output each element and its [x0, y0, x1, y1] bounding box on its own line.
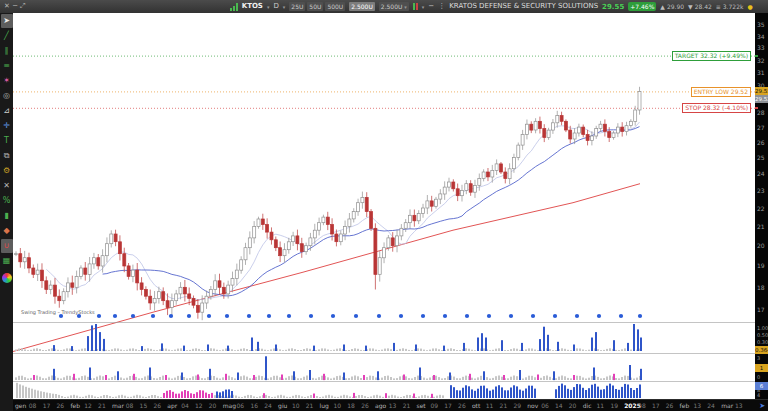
price-axis-label: 31 — [757, 69, 765, 76]
text-tool[interactable]: T — [1, 134, 13, 148]
time-axis-label: mar — [112, 402, 124, 409]
price-axis-label: 35 — [757, 21, 765, 28]
quantity-caret-icon: ▾ — [404, 4, 407, 10]
indicator-tool[interactable]: ◆ — [1, 224, 13, 238]
price-axis-label: 33 — [757, 44, 765, 51]
minimize-window-icon[interactable]: ─ — [13, 0, 17, 13]
time-axis-label: 21 — [500, 402, 508, 409]
last-price: 29.55 — [602, 3, 624, 11]
pane-scale-label: 3 — [757, 355, 760, 362]
price-axis-label: 17 — [757, 306, 765, 313]
collapse-button[interactable]: − — [428, 0, 434, 13]
level-tick — [755, 107, 758, 109]
time-axis-label: 26 — [361, 402, 369, 409]
quantity-button[interactable]: 500U — [325, 2, 345, 11]
trendline-tool[interactable]: ╱ — [1, 29, 13, 43]
chart-type-caret-icon[interactable]: ▾ — [422, 4, 425, 10]
time-axis-label: 20 — [569, 402, 577, 409]
time-axis-label: mar — [721, 402, 733, 409]
time-axis-label: gen — [15, 402, 26, 409]
time-axis-label: 08 — [126, 402, 134, 409]
symbol-button[interactable]: KTOS — [242, 0, 263, 13]
measure-tool[interactable]: ⊿ — [1, 104, 13, 118]
level-label[interactable]: TARGET 32.32 (+9.49%) — [672, 51, 751, 61]
menu-kebab-icon[interactable]: ⋮ — [438, 0, 445, 13]
pane-scale-label: 4 — [757, 392, 760, 399]
time-axis-label: 10 — [292, 402, 300, 409]
time-axis-label: 04 — [181, 402, 189, 409]
close-window-icon[interactable]: ✕ — [4, 0, 10, 13]
quantity-button[interactable]: 50U — [307, 2, 323, 11]
quantity-buttons: 25U50U500U — [289, 2, 345, 11]
time-axis-label: 08 — [638, 402, 646, 409]
chart-canvas — [13, 13, 755, 399]
time-axis-label: 18 — [347, 402, 355, 409]
candles-tool[interactable]: ▮ — [1, 209, 13, 223]
pane-oscillator — [15, 356, 642, 380]
day-low: ▼ 28.42 — [688, 3, 712, 10]
time-axis-label: 13 — [694, 402, 702, 409]
time-axis-label: ott — [472, 402, 480, 409]
time-axis-label: 21 — [403, 402, 411, 409]
grid-tool[interactable]: ▦ — [1, 254, 13, 268]
price-axis-label: 27 — [757, 124, 765, 131]
candlestick-series — [15, 87, 642, 320]
quantity-dropdown[interactable]: 2.500U ▾ — [379, 2, 409, 11]
price-badge: 0.364k — [755, 346, 768, 354]
timeframe-caret-icon[interactable]: ▾ — [283, 4, 286, 10]
price-axis-label: 20 — [757, 242, 765, 249]
time-axis-label: apr — [167, 402, 177, 409]
time-axis-label: 20 — [209, 402, 217, 409]
time-axis-label: 11 — [486, 402, 494, 409]
level-label[interactable]: ENTRY LOW 29.52 — [691, 87, 751, 97]
magnet-tool[interactable]: ∪ — [1, 239, 13, 253]
copy-tool[interactable]: ⧉ — [1, 149, 13, 163]
time-axis-label: 06 — [541, 402, 549, 409]
settings-tool[interactable]: ⚙ — [1, 164, 13, 178]
scroll-to-latest-icon[interactable]: ➤ — [759, 402, 765, 410]
time-axis-label: 13 — [389, 402, 397, 409]
price-axis-label: 34 — [757, 33, 765, 40]
chart-plot-area[interactable]: Swing Trading – TrendyStocks TARGET 32.3… — [13, 13, 755, 399]
quantity-selected-button[interactable]: 2.500U — [349, 2, 375, 11]
time-axis-label: 08 — [29, 402, 37, 409]
delete-tool[interactable]: ✕ — [1, 179, 13, 193]
time-axis-label: dic — [583, 402, 592, 409]
time-axis-label: 21 — [98, 402, 106, 409]
time-axis-label: 29 — [514, 402, 522, 409]
time-axis-label: 26 — [458, 402, 466, 409]
restore-window-icon[interactable]: ⤢ — [20, 0, 26, 13]
level-label[interactable]: STOP 28.32 (-4.10%) — [682, 103, 751, 113]
price-badge: 29.55 — [755, 87, 768, 95]
timeframe-button[interactable]: D — [273, 0, 278, 13]
price-axis-label: 22 — [757, 205, 765, 212]
fibonacci-tool[interactable]: ≡ — [1, 59, 13, 73]
time-axis-label: 14 — [555, 402, 563, 409]
price-axis-label: 32 — [757, 57, 765, 64]
percent-tool[interactable]: % — [1, 194, 13, 208]
channel-tool[interactable]: ∥ — [1, 44, 13, 58]
price-axis-label: 26 — [757, 139, 765, 146]
connection-status-icon — [230, 3, 238, 11]
window-controls[interactable]: ✕─⤢ — [4, 0, 26, 13]
pattern-tool[interactable]: ✶ — [1, 74, 13, 88]
price-axis-label: 19 — [757, 262, 765, 269]
zoom-tool[interactable]: ◎ — [1, 89, 13, 103]
symbol-caret-icon[interactable]: ▾ — [267, 4, 270, 10]
quantity-button[interactable]: 25U — [289, 2, 305, 11]
time-axis-label: nov — [527, 402, 538, 409]
chart-type-icon[interactable] — [413, 3, 418, 11]
price-axis-label: 21 — [757, 223, 765, 230]
pane-scale-label: 0.300k — [757, 339, 768, 346]
cursor-tool[interactable]: ➤ — [1, 14, 13, 28]
time-axis[interactable]: ▦ ➤ gen081726feb1221mar081526apr041220ma… — [13, 399, 768, 411]
time-axis-label: 09 — [430, 402, 438, 409]
crosshair-tool[interactable]: ✛ — [1, 119, 13, 133]
alert-icon[interactable]: ● — [747, 3, 752, 10]
pane-scale-label: 0 — [757, 374, 760, 381]
titlebar: ✕─⤢ KTOS ▾ D ▾ 25U50U500U 2.500U 2.500U … — [0, 0, 768, 13]
time-axis-label: 12 — [195, 402, 203, 409]
color-palette-icon[interactable] — [2, 273, 12, 283]
price-axis[interactable]: 3534333231302928272625242322212019181729… — [755, 13, 768, 399]
time-axis-label: mag — [223, 402, 236, 409]
